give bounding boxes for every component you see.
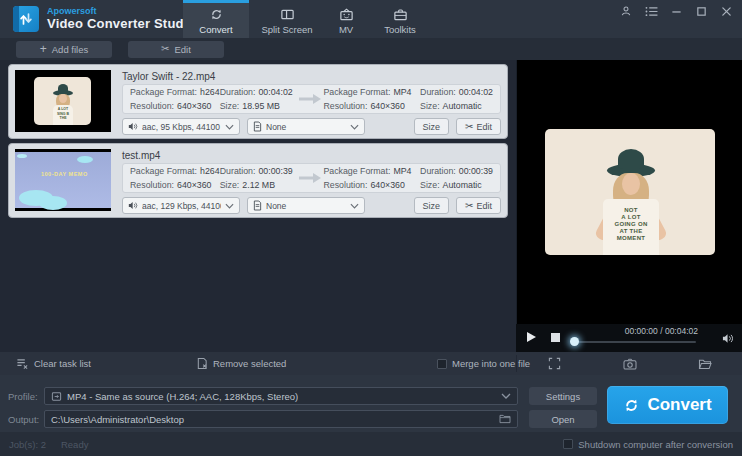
shutdown-label: Shutdown computer after conversion [578,439,733,450]
source-duration: 00:00:39 [258,166,292,176]
task-row-taylor-swift[interactable]: A LOTSING BTHE Taylor Swift - 22.mp4 Pac… [8,64,508,139]
row-edit-label: Edit [476,201,492,211]
label-size: Size: [420,101,440,111]
label-package-format: Package Format: [130,166,197,176]
subtitle-file-icon [253,121,262,132]
output-resolution: 640×360 [370,101,405,111]
audio-track-dropdown[interactable]: aac, 129 Kbps, 44100 Hz... [122,197,240,214]
account-icon[interactable] [619,4,633,18]
chevron-down-icon [225,203,234,209]
settings-label: Settings [546,391,580,402]
chevron-down-icon [350,203,359,209]
seek-bar[interactable] [574,341,696,343]
output-label: Output: [8,414,39,425]
tab-split-screen[interactable]: Split Screen [249,0,325,38]
open-folder-button[interactable] [698,352,712,375]
video-preview[interactable]: NOT A LOT GOING ON AT THE MOMENT [516,60,742,324]
file-toolbar: + Add files ✂ Edit [0,38,742,60]
edit-label: Edit [175,44,191,55]
subtitle-dropdown[interactable]: None [247,197,365,214]
profile-select[interactable]: MP4 - Same as source (H.264; AAC, 128Kbp… [44,387,518,405]
settings-button[interactable]: Settings [529,387,597,405]
remove-selected-button[interactable]: Remove selected [196,352,286,375]
browse-folder-icon[interactable] [499,414,511,424]
source-format: h264 [200,166,220,176]
video-thumbnail: 100-DAY MEMO [15,149,111,211]
source-resolution: 640×360 [177,101,212,111]
output-size: Automatic [443,101,482,111]
convert-icon [209,7,224,22]
clear-list-icon [16,358,29,370]
app-title: Video Converter Studio [47,17,196,32]
menu-icon[interactable] [644,4,658,18]
stop-button[interactable] [551,333,560,342]
scissors-icon: ✂ [465,201,473,211]
source-size: 2.12 MB [242,180,275,190]
audio-track-value: aac, 95 Kbps, 44100 Hz, ... [142,122,221,132]
shirt-text-line: NOT [603,207,659,214]
output-format: MP4 [393,166,411,176]
label-size: Size: [220,101,240,111]
divider [516,355,517,372]
swap-arrows-icon [19,12,33,26]
source-resolution: 640×360 [177,180,212,190]
clear-task-list-button[interactable]: Clear task list [16,352,91,375]
label-duration: Duration: [220,166,256,176]
scissors-icon: ✂ [465,122,473,132]
folder-icon [698,358,712,370]
task-row-test[interactable]: 100-DAY MEMO test.mp4 Package Format:h26… [8,143,508,218]
minimize-button[interactable] [669,4,683,18]
convert-label: Convert [647,395,711,415]
add-files-button[interactable]: + Add files [16,41,112,58]
status-text: Ready [61,439,88,450]
tab-mv[interactable]: MV [325,0,367,38]
play-button[interactable] [527,332,536,342]
size-button[interactable]: Size [414,118,450,135]
plus-icon: + [40,43,47,55]
jobs-count: Job(s): 2 [9,439,46,450]
tab-convert-label: Convert [199,24,232,35]
close-button[interactable] [719,4,733,18]
seek-handle[interactable] [570,337,579,346]
checkbox-unchecked[interactable] [437,359,447,369]
snapshot-button[interactable] [623,352,637,375]
fullscreen-button[interactable] [548,352,561,375]
title-bar: Apowersoft Video Converter Studio Conver… [0,0,742,38]
edit-button[interactable]: ✂ Edit [128,41,224,58]
label-resolution: Resolution: [130,180,174,190]
output-path-input[interactable]: C:\Users\Administrator\Desktop [44,410,518,428]
open-label: Open [551,414,574,425]
audio-track-dropdown[interactable]: aac, 95 Kbps, 44100 Hz, ... [122,118,240,135]
shirt-text-line: MOMENT [603,235,659,242]
remove-file-icon [196,357,208,370]
open-button[interactable]: Open [529,410,597,428]
subtitle-dropdown[interactable]: None [247,118,365,135]
speaker-icon [128,201,138,210]
label-resolution: Resolution: [323,180,367,190]
app-logo-icon [13,6,39,32]
tab-toolkits-label: Toolkits [384,24,416,35]
label-duration: Duration: [420,87,456,97]
size-button[interactable]: Size [414,197,450,214]
row-edit-label: Edit [476,122,492,132]
tab-toolkits[interactable]: Toolkits [367,0,433,38]
tab-mv-label: MV [339,24,353,35]
status-bar: Job(s): 2 Ready Shutdown computer after … [0,432,742,456]
checkbox-unchecked[interactable] [563,439,573,449]
merge-label: Merge into one file [452,358,530,369]
maximize-button[interactable] [694,4,708,18]
shutdown-after-conversion-checkbox[interactable]: Shutdown computer after conversion [563,439,733,450]
tab-convert[interactable]: Convert [183,0,249,38]
fullscreen-icon [548,357,561,370]
file-info-panel: Package Format:h264 Resolution:640×360 D… [122,163,501,193]
shirt-text-line: A LOT [603,214,659,221]
output-resolution: 640×360 [370,180,405,190]
output-duration: 00:04:02 [459,87,493,97]
row-edit-button[interactable]: ✂Edit [456,197,501,214]
convert-button[interactable]: Convert [607,386,728,424]
window-controls [619,3,733,19]
label-duration: Duration: [420,166,456,176]
volume-icon[interactable] [722,333,734,344]
row-edit-button[interactable]: ✂Edit [456,118,501,135]
label-package-format: Package Format: [323,87,390,97]
